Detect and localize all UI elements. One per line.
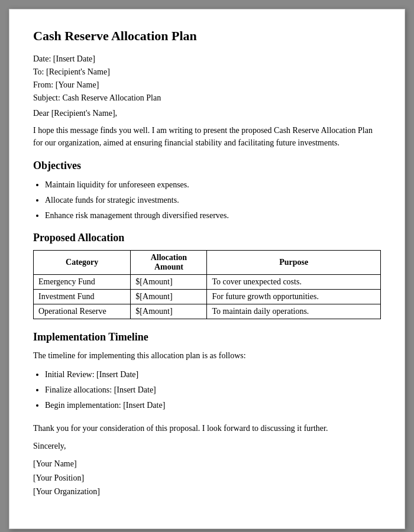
timeline-paragraph: The timeline for implementing this alloc… [33,349,381,362]
timeline-list: Initial Review: [Insert Date] Finalize a… [45,368,381,412]
col-header-purpose: Purpose [207,251,381,275]
list-item: Begin implementation: [Insert Date] [45,398,381,413]
list-item: Finalize allocations: [Insert Date] [45,383,381,397]
table-cell: To maintain daily operations. [207,304,381,319]
signature-position: [Your Position] [33,471,381,485]
table-row: Investment Fund $[Amount] For future gro… [34,290,381,304]
list-item: Initial Review: [Insert Date] [45,368,381,382]
table-row: Operational Reserve $[Amount] To maintai… [34,304,381,319]
table-cell: To cover unexpected costs. [207,275,381,290]
signature-name: [Your Name] [33,457,381,471]
col-header-category: Category [34,251,131,275]
table-cell: $[Amount] [131,290,207,304]
objectives-list: Maintain liquidity for unforeseen expens… [45,178,381,222]
date-line: Date: [Insert Date] [33,54,381,64]
list-item: Allocate funds for strategic investments… [45,193,381,207]
greeting: Dear [Recipient's Name], [33,109,381,118]
intro-paragraph: I hope this message finds you well. I am… [33,124,381,149]
from-line: From: [Your Name] [33,80,381,90]
sincerely: Sincerely, [33,442,381,451]
signature-organization: [Your Organization] [33,485,381,499]
objectives-heading: Objectives [33,160,381,172]
to-line: To: [Recipient's Name] [33,67,381,77]
table-cell: Investment Fund [34,290,131,304]
table-cell: Emergency Fund [34,275,131,290]
table-cell: For future growth opportunities. [207,290,381,304]
list-item: Enhance risk management through diversif… [45,209,381,223]
document-title: Cash Reserve Allocation Plan [33,28,381,44]
proposed-allocation-heading: Proposed Allocation [33,232,381,244]
table-cell: Operational Reserve [34,304,131,319]
closing-paragraph: Thank you for your consideration of this… [33,422,381,434]
signature-block: [Your Name] [Your Position] [Your Organi… [33,457,381,499]
table-header-row: Category Allocation Amount Purpose [34,251,381,275]
table-cell: $[Amount] [131,304,207,319]
table-row: Emergency Fund $[Amount] To cover unexpe… [34,275,381,290]
allocation-table: Category Allocation Amount Purpose Emerg… [33,250,381,319]
implementation-heading: Implementation Timeline [33,331,381,343]
list-item: Maintain liquidity for unforeseen expens… [45,178,381,192]
document-page: Cash Reserve Allocation Plan Date: [Inse… [9,9,405,529]
table-cell: $[Amount] [131,275,207,290]
subject-line: Subject: Cash Reserve Allocation Plan [33,93,381,103]
col-header-amount: Allocation Amount [131,251,207,275]
